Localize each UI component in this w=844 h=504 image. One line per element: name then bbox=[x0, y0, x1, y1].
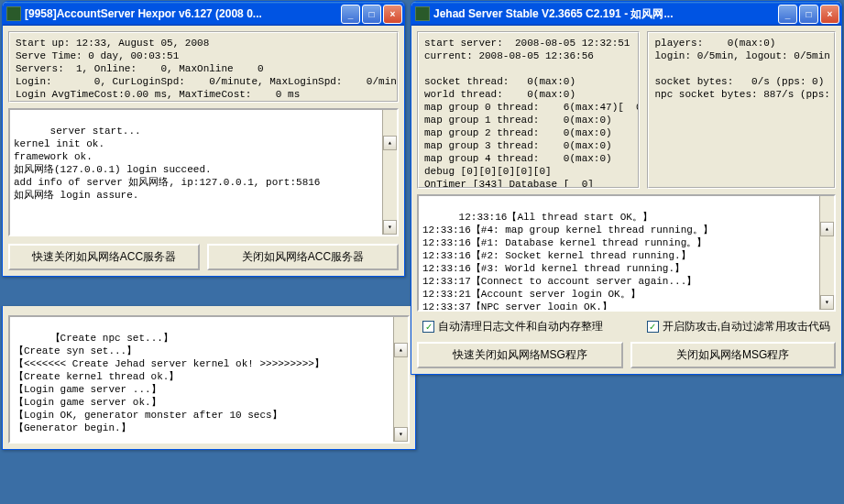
minimize-button[interactable]: _ bbox=[341, 5, 360, 24]
log-textbox[interactable]: server start... kernel init ok. framewor… bbox=[8, 108, 399, 236]
checkbox-label: 开启防攻击,自动过滤常用攻击代码 bbox=[663, 319, 830, 334]
scroll-up-icon[interactable]: ▴ bbox=[820, 222, 834, 236]
window-title: Jehad Server Stable V2.3665 C2.191 - 如风网… bbox=[433, 6, 778, 22]
stats-panel: Start up: 12:33, August 05, 2008 Serve T… bbox=[8, 31, 399, 103]
fast-close-acc-button[interactable]: 快速关闭如风网络ACC服务器 bbox=[8, 244, 200, 270]
player-stats-panel: players: 0(max:0) login: 0/5min, logout:… bbox=[647, 31, 836, 189]
app-icon bbox=[415, 6, 430, 21]
kernel-window: 【Create npc set...】 【Create syn set...】 … bbox=[2, 306, 416, 450]
close-acc-button[interactable]: 关闭如风网络ACC服务器 bbox=[207, 244, 399, 270]
close-msg-button[interactable]: 关闭如风网络MSG程序 bbox=[630, 342, 837, 368]
titlebar[interactable]: [9958]AccountServer Hexpor v6.127 (2008 … bbox=[3, 2, 404, 26]
server-stats-panel: start server: 2008-08-05 12:32:51 curren… bbox=[417, 31, 640, 189]
kernel-log-textbox[interactable]: 【Create npc set...】 【Create syn set...】 … bbox=[8, 315, 410, 444]
titlebar[interactable]: Jehad Server Stable V2.3665 C2.191 - 如风网… bbox=[411, 2, 841, 26]
scroll-down-icon[interactable]: ▾ bbox=[383, 220, 397, 235]
maximize-button[interactable]: □ bbox=[362, 5, 381, 24]
jehad-server-window: Jehad Server Stable V2.3665 C2.191 - 如风网… bbox=[411, 1, 842, 375]
server-log-content: 12:33:16【All thread start OK。】 12:33:16【… bbox=[422, 212, 713, 312]
checkmark-icon: ✓ bbox=[647, 321, 659, 333]
fast-close-msg-button[interactable]: 快速关闭如风网络MSG程序 bbox=[417, 342, 623, 368]
app-icon bbox=[6, 6, 21, 21]
close-button[interactable]: × bbox=[383, 5, 402, 24]
scrollbar[interactable]: ▴ ▾ bbox=[393, 317, 408, 442]
scrollbar[interactable]: ▴ ▾ bbox=[382, 110, 397, 235]
account-server-window: [9958]AccountServer Hexpor v6.127 (2008 … bbox=[2, 1, 405, 277]
minimize-button[interactable]: _ bbox=[778, 5, 797, 24]
checkbox-label: 自动清理日志文件和自动内存整理 bbox=[438, 319, 603, 334]
window-title: [9958]AccountServer Hexpor v6.127 (2008 … bbox=[25, 7, 341, 20]
maximize-button[interactable]: □ bbox=[799, 5, 818, 24]
kernel-log-content: 【Create npc set...】 【Create syn set...】 … bbox=[14, 333, 324, 433]
server-log-textbox[interactable]: 12:33:16【All thread start OK。】 12:33:16【… bbox=[417, 194, 836, 312]
anti-attack-checkbox[interactable]: ✓ 开启防攻击,自动过滤常用攻击代码 bbox=[647, 319, 830, 334]
scroll-up-icon[interactable]: ▴ bbox=[383, 136, 397, 150]
scroll-up-icon[interactable]: ▴ bbox=[394, 343, 408, 357]
close-button[interactable]: × bbox=[820, 5, 839, 24]
checkmark-icon: ✓ bbox=[422, 321, 434, 333]
scroll-down-icon[interactable]: ▾ bbox=[394, 427, 408, 442]
scrollbar[interactable]: ▴ ▾ bbox=[819, 196, 834, 310]
log-content: server start... kernel init ok. framewor… bbox=[14, 126, 320, 201]
scroll-down-icon[interactable]: ▾ bbox=[820, 295, 834, 310]
auto-clean-checkbox[interactable]: ✓ 自动清理日志文件和自动内存整理 bbox=[422, 319, 603, 334]
